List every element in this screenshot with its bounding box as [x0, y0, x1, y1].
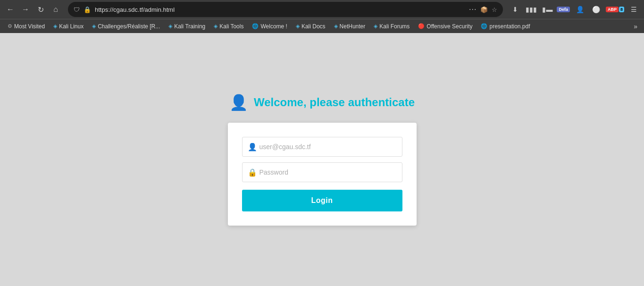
- main-content: 👤 Welcome, please authenticate 👤 🔒 Login: [0, 33, 644, 286]
- bookmark-challenges-label: Challenges/Réaliste [R...: [98, 23, 160, 30]
- bookmark-offensive-security[interactable]: 🔴 Offensive Security: [414, 22, 476, 31]
- email-person-icon: 👤: [248, 143, 257, 151]
- container-button[interactable]: ⚪: [590, 3, 603, 16]
- presentation-pdf-icon: 🌐: [481, 23, 487, 29]
- kali-docs-icon: ◈: [296, 23, 300, 29]
- most-visited-icon: ⚙: [8, 23, 12, 29]
- browser-chrome: ← → ↻ ⌂ 🛡 🔒 ··· 📦 ☆ ⬇ ▮▮▮ ▮▬ Defa 👤 ⚪ AB…: [0, 0, 644, 33]
- bookmark-kali-forums[interactable]: ◈ Kali Forums: [370, 22, 413, 31]
- bookmark-kali-linux[interactable]: ◈ Kali Linux: [50, 22, 87, 31]
- bookmarks-bar: ⚙ Most Visited ◈ Kali Linux ◈ Challenges…: [0, 19, 644, 33]
- password-input-group: 🔒: [242, 162, 402, 182]
- nav-bar: ← → ↻ ⌂ 🛡 🔒 ··· 📦 ☆ ⬇ ▮▮▮ ▮▬ Defa 👤 ⚪ AB…: [0, 0, 644, 19]
- address-input[interactable]: [95, 6, 465, 13]
- bookmark-kali-forums-label: Kali Forums: [379, 23, 410, 30]
- kali-forums-icon: ◈: [374, 23, 377, 29]
- lock-field-icon: 🔒: [248, 168, 257, 177]
- extensions-area: ABP 8: [606, 7, 624, 12]
- welcome-icon: 🌐: [252, 23, 259, 29]
- abp-badge[interactable]: ABP: [606, 7, 619, 12]
- bookmark-star-icon[interactable]: ☆: [492, 6, 497, 13]
- login-button[interactable]: Login: [242, 190, 402, 211]
- pocket-icon[interactable]: 📦: [480, 6, 488, 13]
- bookmark-offensive-security-label: Offensive Security: [427, 23, 472, 30]
- bookmark-kali-docs[interactable]: ◈ Kali Docs: [292, 22, 329, 31]
- email-input[interactable]: [242, 137, 402, 157]
- bookmark-presentation-pdf[interactable]: 🌐 presentation.pdf: [477, 22, 534, 31]
- login-title: Welcome, please authenticate: [254, 96, 415, 109]
- more-bookmarks-button[interactable]: »: [631, 22, 640, 31]
- bookmark-presentation-pdf-label: presentation.pdf: [489, 23, 530, 30]
- bookmark-challenges[interactable]: ◈ Challenges/Réaliste [R...: [88, 22, 164, 31]
- email-input-group: 👤: [242, 137, 402, 157]
- bookmark-kali-training-label: Kali Training: [174, 23, 205, 30]
- back-button[interactable]: ←: [4, 3, 17, 16]
- menu-button[interactable]: ☰: [627, 3, 640, 16]
- bookmark-welcome-label: Welcome !: [260, 23, 287, 30]
- more-options-icon: ···: [469, 5, 477, 14]
- bookmark-kali-tools-label: Kali Tools: [219, 23, 243, 30]
- reader-button[interactable]: ▮▬: [541, 3, 554, 16]
- kali-training-icon: ◈: [168, 23, 172, 29]
- password-input[interactable]: [242, 162, 402, 182]
- bookmark-nethunter-label: NetHunter: [340, 23, 366, 30]
- bookmark-kali-linux-label: Kali Linux: [59, 23, 84, 30]
- address-bar-container[interactable]: 🛡 🔒 ··· 📦 ☆: [68, 2, 503, 17]
- kali-linux-icon: ◈: [53, 23, 57, 29]
- bookmark-kali-tools[interactable]: ◈ Kali Tools: [210, 22, 247, 31]
- reload-button[interactable]: ↻: [34, 3, 47, 16]
- home-button[interactable]: ⌂: [49, 3, 62, 16]
- kali-tools-icon: ◈: [214, 23, 217, 29]
- login-container: 👤 Welcome, please authenticate 👤 🔒 Login: [228, 93, 417, 226]
- forward-button[interactable]: →: [19, 3, 32, 16]
- challenges-icon: ◈: [92, 23, 96, 29]
- abp-count: 8: [619, 7, 624, 12]
- bookmark-welcome[interactable]: 🌐 Welcome !: [248, 22, 291, 31]
- download-button[interactable]: ⬇: [509, 3, 522, 16]
- user-icon: 👤: [229, 93, 248, 111]
- login-card: 👤 🔒 Login: [228, 123, 417, 226]
- profile-button[interactable]: 👤: [574, 3, 587, 16]
- bookmark-nethunter[interactable]: ◈ NetHunter: [330, 22, 369, 31]
- bookmark-kali-docs-label: Kali Docs: [301, 23, 326, 30]
- lock-icon: 🔒: [84, 6, 91, 13]
- nethunter-icon: ◈: [334, 23, 338, 29]
- login-header: 👤 Welcome, please authenticate: [228, 93, 417, 111]
- bookmark-most-visited-label: Most Visited: [14, 23, 45, 30]
- library-button[interactable]: ▮▮▮: [525, 3, 538, 16]
- defa-badge: Defa: [557, 7, 570, 12]
- offensive-security-icon: 🔴: [418, 23, 425, 29]
- security-shield-icon: 🛡: [74, 6, 80, 13]
- bookmark-most-visited[interactable]: ⚙ Most Visited: [4, 22, 49, 31]
- bookmark-kali-training[interactable]: ◈ Kali Training: [165, 22, 209, 31]
- nav-actions: ⬇ ▮▮▮ ▮▬ Defa 👤 ⚪ ABP 8 ☰: [509, 3, 640, 16]
